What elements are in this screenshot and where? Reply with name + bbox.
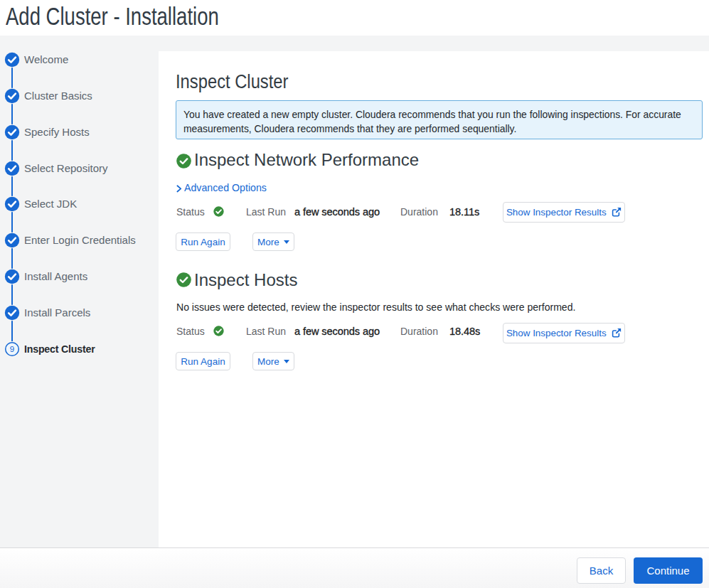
svg-text:9: 9 bbox=[10, 345, 14, 353]
